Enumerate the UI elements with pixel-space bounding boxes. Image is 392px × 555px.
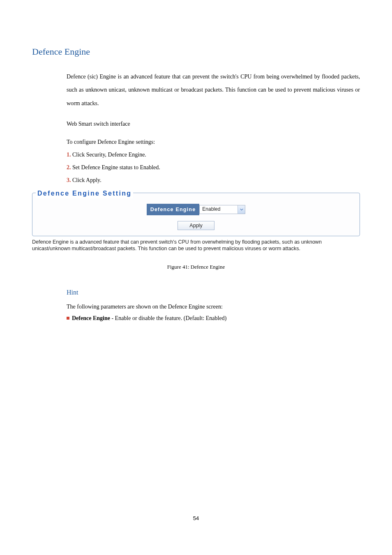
hint-item: Defence Engine - Enable or disable the f… [67,313,360,324]
chevron-down-icon[interactable] [238,205,245,214]
hint-body: The following parameters are shown on th… [67,301,360,313]
intro-paragraph: Defence (sic) Engine is an advanced feat… [67,70,360,110]
step-2: 2. Set Defence Engine status to Enabled. [67,161,360,174]
screenshot-caption-text: Defence Engine is a advanced feature tha… [32,239,360,253]
form-row: Defence Engine Enabled [38,204,354,215]
fieldset-defence-engine: Defence Engine Setting Defence Engine En… [32,193,360,236]
screenshot-figure: Defence Engine Setting Defence Engine En… [32,193,360,253]
defence-engine-label: Defence Engine [147,204,200,215]
config-intro: To configure Defence Engine settings: [67,136,360,149]
dropdown-value: Enabled [200,205,238,214]
hint-item-rest: - Enable or disable the feature. (Defaul… [110,315,226,321]
step-1-text: Click Security, Defence Engine. [71,152,146,158]
bullet-square-icon [67,317,69,320]
step-2-number: 2. [67,164,71,170]
hint-item-bold: Defence Engine [72,315,110,321]
figure-caption: Figure 41: Defence Engine [32,263,360,272]
step-3: 3. Click Apply. [67,174,360,187]
step-3-number: 3. [67,177,71,183]
step-2-text: Set Defence Engine status to Enabled. [71,164,160,170]
hint-item-text: Defence Engine - Enable or disable the f… [72,313,226,324]
interface-label: Web Smart switch interface [67,117,360,131]
step-1: 1. Click Security, Defence Engine. [67,149,360,161]
apply-row: Apply [38,221,354,230]
step-3-text: Click Apply. [71,177,101,183]
defence-engine-dropdown[interactable]: Enabled [199,205,245,214]
hint-title: Hint [67,287,360,298]
fieldset-legend: Defence Engine Setting [36,188,133,199]
step-1-number: 1. [67,152,71,158]
section-title: Defence Engine [32,44,360,59]
page-number: 54 [0,514,392,523]
apply-button[interactable]: Apply [178,221,214,230]
